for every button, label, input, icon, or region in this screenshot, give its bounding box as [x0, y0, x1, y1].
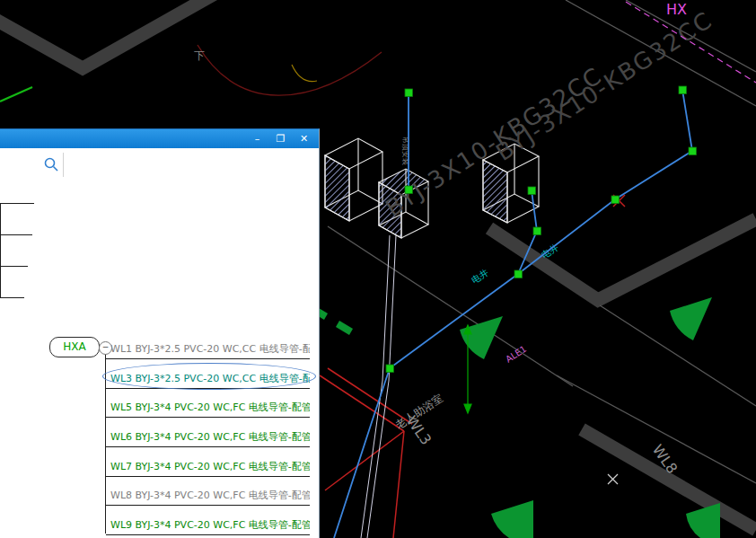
down-arrow-label: 下 — [194, 49, 205, 62]
circuit-label[interactable]: WL3 BYJ-3*2.5 PVC-20 WC,CC 电线导管-配管 — [106, 373, 310, 384]
maximize-button[interactable]: ❐ — [270, 132, 291, 146]
branch-stub — [0, 297, 24, 298]
circuit-row-WL1[interactable]: WL1 BYJ-3*2.5 PVC-20 WC,CC 电线导管-配管 — [106, 339, 310, 359]
circuit-row-WL7[interactable]: WL7 BYJ-3*4 PVC-20 WC,FC 电线导管-配管 空 — [106, 456, 310, 477]
circuit-label[interactable]: WL1 BYJ-3*2.5 PVC-20 WC,CC 电线导管-配管 — [106, 343, 310, 355]
circuit-label[interactable]: WL8 BYJ-3*4 PVC-20 WC,FC 电线导管-配管 空 — [106, 489, 310, 501]
circuit-label[interactable]: WL7 BYJ-3*4 PVC-20 WC,FC 电线导管-配管 空 — [106, 461, 310, 472]
circuit-row-WL5[interactable]: WL5 BYJ-3*4 PVC-20 WC,FC 电线导管-配管 工 — [106, 397, 310, 418]
search-icon[interactable] — [43, 156, 60, 177]
branch-stub — [0, 234, 32, 235]
circuit-label[interactable]: WL9 BYJ-3*4 PVC-20 WC,FC 电线导管-配管 空 — [106, 519, 310, 531]
diagram-trunk-left — [0, 203, 1, 298]
minimize-button[interactable]: – — [247, 132, 268, 146]
circuit-label[interactable]: WL5 BYJ-3*4 PVC-20 WC,FC 电线导管-配管 工 — [106, 401, 310, 413]
system-diagram-dialog: – ❐ ✕ HXA − WL1 BYJ-3*2.5 PVC-20 WC,CC 电… — [0, 128, 320, 538]
circuit-row-WL8[interactable]: WL8 BYJ-3*4 PVC-20 WC,FC 电线导管-配管 空 — [106, 485, 310, 506]
circuit-row-WL9[interactable]: WL9 BYJ-3*4 PVC-20 WC,FC 电线导管-配管 空 — [106, 515, 310, 535]
system-diagram-canvas[interactable]: HXA − WL1 BYJ-3*2.5 PVC-20 WC,CC 电线导管-配管… — [0, 181, 319, 538]
collapse-toggle[interactable]: − — [99, 341, 112, 355]
branch-stub — [0, 266, 28, 267]
search-divider — [63, 153, 64, 177]
circuit-row-WL3[interactable]: WL3 BYJ-3*2.5 PVC-20 WC,CC 电线导管-配管 — [106, 368, 310, 389]
branch-stub — [0, 203, 34, 204]
panel-code-label: HX — [666, 1, 687, 18]
circuit-label[interactable]: WL6 BYJ-3*4 PVC-20 WC,FC 电线导管-配管 空 — [106, 431, 310, 443]
panel-node-hxa[interactable]: HXA — [49, 337, 100, 357]
close-button[interactable]: ✕ — [294, 132, 314, 146]
search-bar[interactable] — [0, 148, 319, 182]
circuit-row-WL6[interactable]: WL6 BYJ-3*4 PVC-20 WC,FC 电线导管-配管 空 — [106, 427, 310, 447]
dialog-titlebar[interactable]: – ❐ ✕ — [0, 129, 319, 148]
